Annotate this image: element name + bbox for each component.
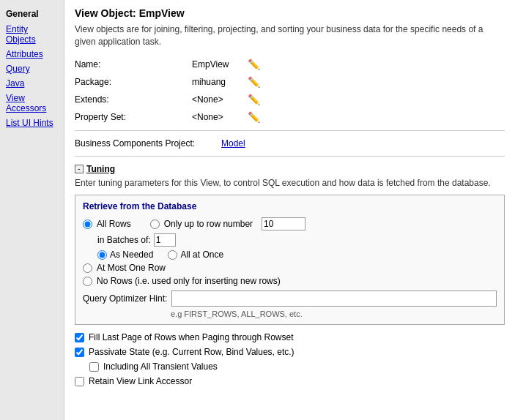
property-set-field-row: Property Set: <None> ✏️ [75, 111, 505, 123]
fill-last-page-checkbox[interactable] [75, 333, 84, 342]
bc-row: Business Components Project: Model [75, 138, 505, 149]
package-edit-icon[interactable]: ✏️ [248, 76, 260, 88]
as-needed-row: As Needed All at Once [97, 250, 497, 260]
as-needed-radio[interactable] [97, 250, 107, 260]
bc-link[interactable]: Model [221, 138, 245, 149]
tuning-header[interactable]: - Tuning [75, 164, 505, 174]
batches-row: in Batches of: [97, 233, 497, 247]
sidebar: General Entity Objects Attributes Query … [0, 0, 64, 420]
bc-label: Business Components Project: [75, 138, 221, 149]
passivate-state-label: Passivate State (e.g. Current Row, Bind … [89, 347, 294, 357]
query-optimizer-input[interactable] [171, 290, 497, 307]
page-description: View objects are for joining, filtering,… [75, 23, 505, 48]
retrieve-box: Retrieve from the Database All Rows Only… [75, 195, 505, 325]
extends-edit-icon[interactable]: ✏️ [248, 94, 260, 105]
fill-last-page-label: Fill Last Page of Rows when Paging throu… [89, 332, 294, 342]
name-label: Name: [75, 59, 192, 70]
row-number-input[interactable] [262, 217, 305, 230]
sidebar-item-attributes[interactable]: Attributes [0, 47, 64, 61]
as-needed-option: As Needed [97, 250, 153, 260]
at-most-one-radio[interactable] [83, 263, 92, 273]
property-set-edit-icon[interactable]: ✏️ [248, 111, 260, 123]
at-most-one-row: At Most One Row [83, 263, 497, 273]
page-title: View Object: EmpView [75, 7, 505, 19]
sidebar-item-entity-objects[interactable]: Entity Objects [0, 22, 64, 47]
passivate-state-row: Passivate State (e.g. Current Row, Bind … [75, 347, 505, 357]
sidebar-section-title: General [0, 6, 64, 22]
all-rows-radio[interactable] [83, 220, 92, 229]
sidebar-item-list-ui-hints[interactable]: List UI Hints [0, 116, 64, 130]
retain-view-link-checkbox[interactable] [75, 377, 84, 386]
main-content: View Object: EmpView View objects are fo… [64, 0, 515, 420]
divider-1 [75, 130, 505, 131]
name-edit-icon[interactable]: ✏️ [248, 59, 260, 70]
package-value: mihuang [192, 77, 243, 87]
all-at-once-radio[interactable] [168, 250, 177, 260]
retain-view-link-row: Retain View Link Accessor [75, 376, 505, 386]
sidebar-item-query[interactable]: Query [0, 61, 64, 76]
property-set-label: Property Set: [75, 112, 192, 122]
extends-value: <None> [192, 94, 243, 105]
package-field-row: Package: mihuang ✏️ [75, 76, 505, 88]
divider-2 [75, 156, 505, 157]
no-rows-row: No Rows (i.e. used only for inserting ne… [83, 276, 497, 286]
tuning-toggle[interactable]: - [75, 165, 84, 173]
tuning-title: Tuning [86, 164, 115, 174]
batches-label: in Batches of: [97, 235, 151, 245]
all-at-once-option: All at Once [168, 250, 223, 260]
extends-field-row: Extends: <None> ✏️ [75, 94, 505, 105]
no-rows-radio[interactable] [83, 277, 92, 286]
sidebar-item-view-accessors[interactable]: View Accessors [0, 91, 64, 116]
batches-input[interactable] [154, 233, 176, 247]
tuning-description: Enter tuning parameters for this View, t… [75, 177, 505, 190]
property-set-value: <None> [192, 112, 243, 122]
retain-view-link-label: Retain View Link Accessor [89, 376, 192, 386]
extends-label: Extends: [75, 94, 192, 105]
no-rows-label: No Rows (i.e. used only for inserting ne… [97, 276, 281, 286]
query-optimizer-row: Query Optimizer Hint: [83, 290, 497, 307]
query-optimizer-example: e.g FIRST_ROWS, ALL_ROWS, etc. [171, 310, 497, 318]
including-transient-checkbox[interactable] [89, 362, 99, 372]
fill-last-page-row: Fill Last Page of Rows when Paging throu… [75, 332, 505, 342]
query-optimizer-label: Query Optimizer Hint: [83, 293, 167, 304]
only-up-to-label: Only up to row number [164, 219, 253, 229]
only-up-to-radio[interactable] [150, 220, 160, 229]
passivate-state-checkbox[interactable] [75, 348, 84, 357]
row-fetch-options-row: All Rows Only up to row number [83, 217, 497, 230]
including-transient-row: Including All Transient Values [89, 361, 505, 372]
at-most-one-label: At Most One Row [97, 263, 166, 273]
including-transient-label: Including All Transient Values [103, 361, 218, 372]
sidebar-item-java[interactable]: Java [0, 76, 64, 91]
all-at-once-label: All at Once [180, 250, 223, 260]
name-value: EmpView [192, 59, 243, 70]
as-needed-label: As Needed [110, 250, 153, 260]
name-field-row: Name: EmpView ✏️ [75, 59, 505, 70]
retrieve-box-title: Retrieve from the Database [83, 201, 497, 211]
all-rows-label: All Rows [97, 219, 131, 229]
package-label: Package: [75, 77, 192, 87]
